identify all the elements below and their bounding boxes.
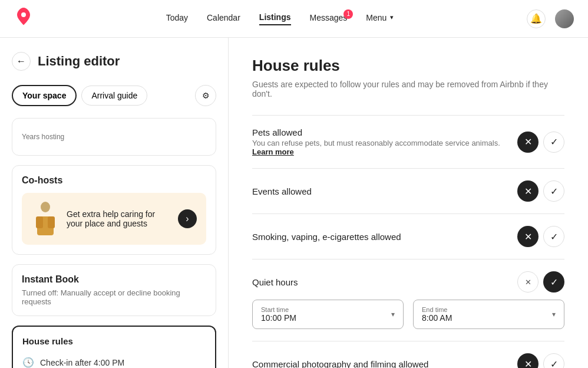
instant-book-description: Turned off: Manually accept or decline b… xyxy=(22,288,206,306)
co-hosts-card: Co-hosts Get extra help caring for your … xyxy=(12,165,216,255)
commercial-x-button[interactable]: ✕ xyxy=(517,353,539,368)
commercial-rule-name: Commercial photography and filming allow… xyxy=(252,359,517,369)
pets-x-button[interactable]: ✕ xyxy=(517,132,539,153)
smoking-check-button[interactable]: ✓ xyxy=(543,226,564,247)
start-time-chevron-icon: ▾ xyxy=(391,310,395,318)
events-rule-row: Events allowed ✕ ✓ xyxy=(252,169,564,214)
nav-menu[interactable]: Menu ▾ xyxy=(366,13,394,25)
quiet-hours-check-button[interactable]: ✓ xyxy=(543,271,564,293)
menu-chevron-icon: ▾ xyxy=(390,14,394,21)
pets-learn-more-link[interactable]: Learn more xyxy=(252,147,294,156)
commercial-check-button[interactable]: ✓ xyxy=(543,353,564,368)
start-time-value: 10:00 PM xyxy=(261,313,296,323)
svg-rect-2 xyxy=(36,216,43,228)
pets-rule-actions: ✕ ✓ xyxy=(517,132,564,153)
smoking-rule-row: Smoking, vaping, e-cigarettes allowed ✕ … xyxy=(252,214,564,259)
quiet-hours-rule-row: Quiet hours ✕ ✓ Start time 10:00 PM ▾ En… xyxy=(252,259,564,341)
start-time-label: Start time xyxy=(261,306,296,313)
filter-icon: ⚙ xyxy=(202,91,210,100)
main-layout: ← Listing editor Your space Arrival guid… xyxy=(0,38,588,368)
end-time-label: End time xyxy=(422,306,452,313)
nav-right: 🔔 xyxy=(527,9,574,28)
nav-today[interactable]: Today xyxy=(166,13,188,25)
top-nav: Today Calendar Listings Messages 1 Menu … xyxy=(0,0,588,38)
end-time-content: End time 8:00 AM xyxy=(422,306,452,323)
svg-point-0 xyxy=(41,202,50,212)
smoking-rule-name: Smoking, vaping, e-cigarettes allowed xyxy=(252,232,517,242)
end-time-value: 8:00 AM xyxy=(422,313,452,323)
page-subtitle: Guests are expected to follow your rules… xyxy=(252,80,564,98)
co-hosts-title: Co-hosts xyxy=(22,175,206,186)
rule-checkin: 🕓 Check-in after 4:00 PM xyxy=(22,353,206,368)
pets-check-button[interactable]: ✓ xyxy=(543,132,564,153)
quiet-hours-rule-name: Quiet hours xyxy=(252,277,298,287)
commercial-rule-actions: ✕ ✓ xyxy=(517,353,564,368)
quiet-hours-times: Start time 10:00 PM ▾ End time 8:00 AM ▾ xyxy=(252,300,564,329)
quiet-hours-x-button[interactable]: ✕ xyxy=(517,271,539,293)
filter-button[interactable]: ⚙ xyxy=(195,85,216,106)
co-host-illustration xyxy=(31,200,60,238)
clock-icon: 🕓 xyxy=(22,357,34,368)
pets-rule-desc: You can refuse pets, but must reasonably… xyxy=(252,139,517,156)
nav-calendar[interactable]: Calendar xyxy=(207,13,240,25)
co-host-banner[interactable]: Get extra help caring for your place and… xyxy=(22,193,206,245)
nav-center: Today Calendar Listings Messages 1 Menu … xyxy=(166,12,394,25)
co-host-arrow-button[interactable]: › xyxy=(178,209,197,228)
start-time-content: Start time 10:00 PM xyxy=(261,306,296,323)
svg-rect-3 xyxy=(48,216,55,228)
instant-book-title: Instant Book xyxy=(22,274,206,285)
nav-messages[interactable]: Messages 1 xyxy=(310,13,348,25)
years-hosting-text: Years hosting xyxy=(22,128,206,146)
rule-checkin-text: Check-in after 4:00 PM xyxy=(40,358,124,367)
events-rule-actions: ✕ ✓ xyxy=(517,180,564,202)
quiet-hours-top: Quiet hours ✕ ✓ xyxy=(252,271,564,293)
listing-editor-title: Listing editor xyxy=(38,54,120,69)
house-rules-card[interactable]: House rules 🕓 Check-in after 4:00 PM 🕓 C… xyxy=(12,326,216,368)
bell-button[interactable]: 🔔 xyxy=(527,9,546,28)
page-title: House rules xyxy=(252,57,564,75)
pets-rule-left: Pets allowed You can refuse pets, but mu… xyxy=(252,127,517,156)
left-header: ← Listing editor xyxy=(12,52,216,71)
commercial-rule-left: Commercial photography and filming allow… xyxy=(252,359,517,369)
quiet-hours-rule-actions: ✕ ✓ xyxy=(517,271,564,293)
nav-logo xyxy=(14,7,33,30)
back-button[interactable]: ← xyxy=(12,52,31,71)
tab-arrival-guide[interactable]: Arrival guide xyxy=(81,86,147,106)
nav-listings[interactable]: Listings xyxy=(259,12,291,25)
user-avatar[interactable] xyxy=(555,9,574,28)
bell-icon: 🔔 xyxy=(530,13,542,24)
events-rule-left: Events allowed xyxy=(252,186,517,196)
commercial-rule-row: Commercial photography and filming allow… xyxy=(252,341,564,368)
arrow-right-icon: › xyxy=(186,213,189,224)
smoking-rule-left: Smoking, vaping, e-cigarettes allowed xyxy=(252,232,517,242)
messages-badge: 1 xyxy=(343,9,353,19)
pets-rule-row: Pets allowed You can refuse pets, but mu… xyxy=(252,115,564,169)
instant-book-card: Instant Book Turned off: Manually accept… xyxy=(12,264,216,316)
right-panel: House rules Guests are expected to follo… xyxy=(229,38,588,368)
tab-your-space[interactable]: Your space xyxy=(12,85,77,106)
years-hosting-card: Years hosting xyxy=(12,118,216,156)
end-time-chevron-icon: ▾ xyxy=(552,310,556,318)
events-x-button[interactable]: ✕ xyxy=(517,180,539,202)
events-rule-name: Events allowed xyxy=(252,186,517,196)
smoking-rule-actions: ✕ ✓ xyxy=(517,226,564,247)
pets-rule-name: Pets allowed xyxy=(252,127,517,137)
start-time-select[interactable]: Start time 10:00 PM ▾ xyxy=(252,300,404,329)
left-panel: ← Listing editor Your space Arrival guid… xyxy=(0,38,229,368)
smoking-x-button[interactable]: ✕ xyxy=(517,226,539,247)
co-host-text: Get extra help caring for your place and… xyxy=(67,209,171,228)
events-check-button[interactable]: ✓ xyxy=(543,180,564,202)
end-time-select[interactable]: End time 8:00 AM ▾ xyxy=(413,300,564,329)
house-rules-card-title: House rules xyxy=(22,336,206,346)
tabs-row: Your space Arrival guide ⚙ xyxy=(12,85,216,106)
